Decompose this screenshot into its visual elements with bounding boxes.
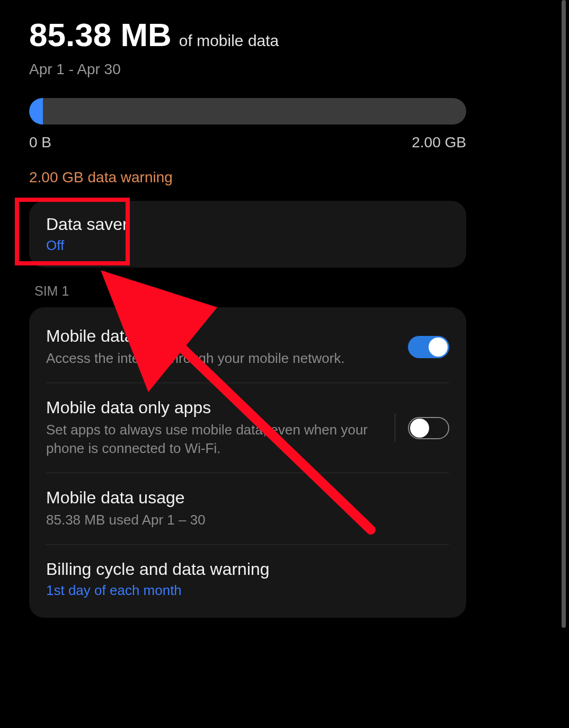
mobile-data-toggle[interactable] xyxy=(408,336,449,358)
sim-section-label: SIM 1 xyxy=(34,283,466,299)
usage-headline: 85.38 MB of mobile data xyxy=(29,16,466,54)
mobile-data-row[interactable]: Mobile data Access the internet through … xyxy=(46,321,449,383)
data-usage-screen: 85.38 MB of mobile data Apr 1 - Apr 30 0… xyxy=(0,0,495,634)
mobile-data-title: Mobile data xyxy=(46,326,397,346)
mobile-data-usage-row[interactable]: Mobile data usage 85.38 MB used Apr 1 – … xyxy=(46,473,449,544)
usage-progress-fill xyxy=(29,98,43,125)
data-saver-title: Data saver xyxy=(46,215,449,234)
only-apps-toggle[interactable] xyxy=(408,417,449,439)
progress-max: 2.00 GB xyxy=(412,134,466,151)
scrollbar[interactable] xyxy=(562,0,566,628)
only-apps-title: Mobile data only apps xyxy=(46,398,379,418)
usage-of-label: of mobile data xyxy=(179,32,279,50)
toggle-divider xyxy=(395,413,395,442)
toggle-knob xyxy=(410,419,429,438)
usage-progress-bar[interactable] xyxy=(29,98,466,125)
only-apps-sub: Set apps to always use mobile data, even… xyxy=(46,421,379,458)
sim-settings-card: Mobile data Access the internet through … xyxy=(29,307,466,618)
data-warning-text[interactable]: 2.00 GB data warning xyxy=(29,169,466,186)
billing-sub: 1st day of each month xyxy=(46,582,439,599)
progress-min: 0 B xyxy=(29,134,51,151)
usage-period: Apr 1 - Apr 30 xyxy=(29,61,466,78)
data-saver-item[interactable]: Data saver Off xyxy=(29,201,466,268)
progress-labels: 0 B 2.00 GB xyxy=(29,134,466,151)
mobile-data-only-apps-row[interactable]: Mobile data only apps Set apps to always… xyxy=(46,383,449,473)
data-saver-status: Off xyxy=(46,237,449,254)
usage-amount: 85.38 MB xyxy=(29,16,172,54)
usage-row-sub: 85.38 MB used Apr 1 – 30 xyxy=(46,511,439,529)
billing-title: Billing cycle and data warning xyxy=(46,560,439,579)
mobile-data-sub: Access the internet through your mobile … xyxy=(46,349,397,368)
billing-cycle-row[interactable]: Billing cycle and data warning 1st day o… xyxy=(46,544,449,604)
usage-row-title: Mobile data usage xyxy=(46,488,439,508)
toggle-knob xyxy=(429,338,448,357)
